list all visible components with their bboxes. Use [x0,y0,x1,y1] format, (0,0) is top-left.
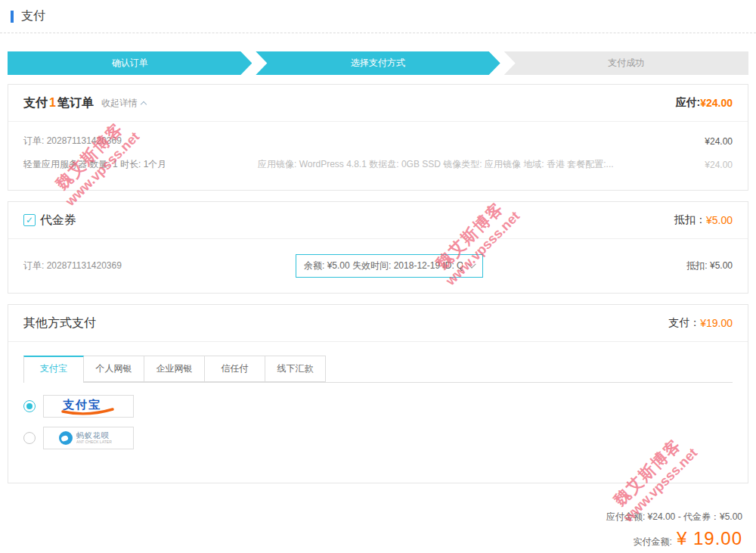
alipay-radio[interactable] [23,400,36,412]
tab-personal-ebank[interactable]: 个人网银 [84,356,144,382]
voucher-checkbox[interactable]: ✓ [23,214,36,226]
svg-text:支付宝: 支付宝 [62,398,101,411]
alipay-logo-icon: 支付宝 [60,396,117,416]
huabei-name: 蚂蚁花呗 [76,431,118,440]
huabei-logo: 蚂蚁花呗 ANT CHECK LATER [59,431,118,445]
step-pay-success: 支付成功 [504,51,748,75]
chevron-down-icon [467,259,476,268]
order-count: 1 [48,96,57,109]
tab-label: 个人网银 [96,363,132,374]
order-section: 支付1笔订单 收起详情 应付: ¥24.00 订单: 2028711314203… [8,84,748,191]
total-amount: ¥ 19.00 [677,528,742,549]
order-row: 订单: 202871131420369 ¥24.00 [23,129,733,153]
order-row-price: ¥24.00 [705,136,733,147]
step-label: 支付成功 [608,57,644,70]
collapse-label: 收起详情 [101,97,138,110]
step-label: 确认订单 [112,57,148,70]
collapse-details-toggle[interactable]: 收起详情 [101,97,146,110]
order-id: 订单: 202871131420369 [23,135,122,148]
order-rows: 订单: 202871131420369 ¥24.00 轻量应用服务器 数量: 1… [8,122,748,190]
total-label: 实付金额: [634,536,672,548]
pay-amount: ¥19.00 [700,317,733,329]
ant-check-later-icon [59,431,73,445]
other-payment-title: 其他方式支付 [23,315,96,331]
pay-label: 支付： [668,316,700,330]
order-title-prefix: 支付 [23,96,48,109]
page-title: 支付 [21,8,45,24]
step-label: 选择支付方式 [351,57,405,70]
deduct-label: 抵扣： [674,213,706,227]
title-accent-bar [11,11,14,23]
payment-methods: 支付宝 蚂蚁花呗 ANT CHECK LATER [8,383,748,483]
tab-alipay[interactable]: 支付宝 [23,356,84,382]
order-section-title: 支付1笔订单 [23,95,94,111]
method-alipay: 支付宝 [23,395,733,418]
voucher-title: 代金券 [40,213,76,228]
other-payment-section: 其他方式支付 支付： ¥19.00 支付宝 个人网银 企业网银 信任付 线下汇款… [8,304,748,483]
page-header: 支付 [0,0,756,33]
voucher-deduct-value: 抵扣: ¥5.00 [483,259,733,272]
tab-trust-pay[interactable]: 信任付 [205,356,265,382]
huabei-subname: ANT CHECK LATER [76,440,112,445]
chevron-up-icon [141,101,147,107]
order-item-price: ¥24.00 [705,160,733,170]
payable-amount: ¥24.00 [700,97,733,109]
tab-offline-remittance[interactable]: 线下汇款 [265,356,326,382]
deduct-amount: ¥5.00 [706,214,733,226]
payment-tabs: 支付宝 个人网银 企业网银 信任付 线下汇款 [23,356,733,383]
order-item-name: 轻量应用服务器 数量: 1 时长: 1个月 [23,158,166,171]
other-payment-header: 其他方式支付 支付： ¥19.00 [8,305,748,342]
payable-label: 应付: [676,96,701,110]
order-item-config: 应用镜像: WordPress 4.8.1 数据盘: 0GB SSD 镜像类型:… [166,158,705,171]
step-confirm-order: 确认订单 [8,51,252,75]
summary-breakdown: 应付金额: ¥24.00 - 代金券：¥5.00 [0,511,742,523]
voucher-select-dropdown[interactable]: 余额: ¥5.00 失效时间: 2018-12-19 ID: Q-3... [296,254,483,278]
huabei-logo-box[interactable]: 蚂蚁花呗 ANT CHECK LATER [43,427,134,449]
payment-summary: 应付金额: ¥24.00 - 代金券：¥5.00 实付金额: ¥ 19.00 [0,494,756,549]
voucher-order-id: 订单: 202871131420369 [23,259,296,272]
step-choose-payment: 选择支付方式 [256,51,500,75]
order-title-suffix: 笔订单 [57,96,94,109]
huabei-logo-text: 蚂蚁花呗 ANT CHECK LATER [76,431,118,445]
progress-stepper: 确认订单 选择支付方式 支付成功 [8,51,748,75]
tab-corporate-ebank[interactable]: 企业网银 [144,356,205,382]
huabei-radio[interactable] [23,432,36,444]
summary-total-row: 实付金额: ¥ 19.00 [0,528,742,549]
voucher-section: ✓ 代金券 抵扣： ¥5.00 订单: 202871131420369 余额: … [8,201,748,294]
order-row: 轻量应用服务器 数量: 1 时长: 1个月 应用镜像: WordPress 4.… [23,153,733,176]
tab-label: 信任付 [222,363,249,374]
voucher-row: 订单: 202871131420369 余额: ¥5.00 失效时间: 2018… [8,239,748,293]
tab-label: 企业网银 [156,363,193,374]
tab-label: 线下汇款 [277,363,314,374]
tab-label: 支付宝 [40,363,67,374]
order-section-header: 支付1笔订单 收起详情 应付: ¥24.00 [8,85,748,122]
voucher-select-value: 余额: ¥5.00 失效时间: 2018-12-19 ID: Q-3... [304,259,463,272]
method-huabei: 蚂蚁花呗 ANT CHECK LATER [23,427,733,449]
alipay-logo-box[interactable]: 支付宝 [43,395,134,418]
voucher-section-header: ✓ 代金券 抵扣： ¥5.00 [8,202,748,239]
payment-page: 支付 确认订单 选择支付方式 支付成功 支付1笔订单 收起详情 应付: ¥24.… [0,0,756,553]
